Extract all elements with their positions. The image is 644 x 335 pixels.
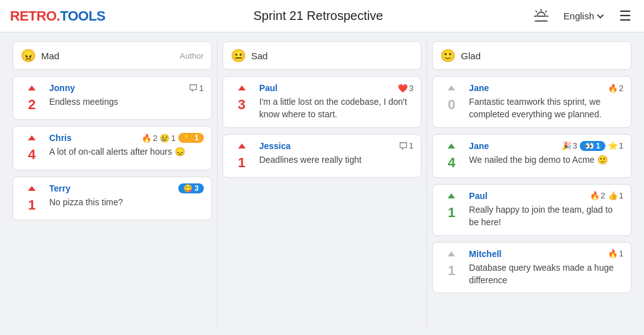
card-author-row: Jane🎉 3👀 1⭐ 1 (469, 141, 623, 151)
card-text: Fantastic teamwork this sprint, we compl… (469, 95, 623, 121)
card: 4Jane🎉 3👀 1⭐ 1We nailed the big demo to … (432, 134, 632, 178)
vote-count: 1 (448, 263, 455, 279)
card-author-row: Terry😋 3 (49, 183, 204, 193)
vote-up-arrow[interactable] (27, 134, 37, 147)
vote-section: 1 (21, 183, 43, 213)
language-label: English (564, 11, 594, 21)
reaction-party[interactable]: 🎉 3 (562, 141, 577, 150)
vote-up-arrow[interactable] (446, 84, 456, 97)
vote-up-arrow[interactable] (27, 84, 37, 97)
logo[interactable]: RETRO.TOOLS (10, 8, 105, 24)
card-text: I'm a little lost on the codebase, I don… (259, 95, 414, 121)
vote-count: 4 (28, 147, 36, 163)
vote-section: 1 (440, 191, 463, 221)
card-author: Paul (259, 83, 278, 93)
vote-up-arrow[interactable] (446, 250, 456, 263)
logo-retro: RETRO. (10, 8, 60, 24)
reaction-fire[interactable]: 🔥 2 (590, 191, 605, 200)
card-text: Really happy to join the team, glad to b… (469, 203, 623, 229)
vote-count: 3 (238, 97, 246, 113)
card-body: Jane🎉 3👀 1⭐ 1We nailed the big demo to A… (469, 141, 623, 166)
col-label-input-mad[interactable] (41, 51, 175, 61)
card-author-row: Paul❤️ 3 (259, 83, 414, 93)
reaction-badge-eyes[interactable]: 👀 1 (580, 141, 605, 151)
card-body: Chris🔥 2😢 1👎 1A lot of on-call alerts af… (49, 133, 204, 158)
vote-up-arrow[interactable] (27, 185, 37, 197)
card-body: Jessica 1Deadlines were really tight (259, 141, 414, 166)
reaction-comment[interactable]: 1 (399, 141, 413, 150)
card-body: Terry😋 3No pizza this time? (49, 183, 204, 208)
vote-up-arrow[interactable] (237, 142, 247, 155)
vote-section: 2 (21, 83, 43, 113)
header-actions: English ☰ (531, 6, 634, 27)
card-reactions: 🔥 2👍 1 (590, 191, 623, 200)
col-emoji-sad: 😐 (231, 49, 246, 62)
column-sad: 😐3Paul❤️ 3I'm a little lost on the codeb… (218, 41, 428, 326)
reaction-thumbsup[interactable]: 👍 1 (608, 191, 623, 200)
reaction-badge-thumbsdown[interactable]: 👎 1 (178, 133, 204, 143)
card-text: Deadlines were really tight (259, 153, 414, 166)
card: 1Terry😋 3No pizza this time? (12, 177, 212, 220)
card: 1Paul🔥 2👍 1Really happy to join the team… (432, 184, 632, 236)
menu-button[interactable]: ☰ (617, 6, 634, 27)
vote-section: 0 (440, 83, 463, 113)
col-emoji-mad: 😠 (21, 49, 36, 62)
reaction-fire[interactable]: 🔥 2 (142, 134, 157, 143)
card-reactions: 1 (189, 84, 203, 93)
col-author-placeholder: Author (180, 51, 203, 61)
vote-up-arrow[interactable] (446, 192, 456, 205)
card-reactions: 1 (399, 141, 413, 150)
reaction-sad[interactable]: 😢 1 (160, 134, 175, 143)
card-text: Endless meetings (49, 95, 204, 108)
col-header-sad: 😐 (223, 41, 422, 70)
column-glad: 🙂0Jane🔥 2Fantastic teamwork this sprint,… (427, 41, 637, 326)
card-author: Mitchell (469, 249, 501, 259)
vote-count: 4 (448, 155, 455, 171)
reaction-fire[interactable]: 🔥 2 (608, 84, 623, 93)
reaction-star[interactable]: ⭐ 1 (608, 141, 623, 150)
reaction-fire[interactable]: 🔥 1 (608, 249, 623, 258)
header: RETRO.TOOLS Sprint 21 Retrospective Engl… (0, 0, 644, 32)
card: 0Jane🔥 2Fantastic teamwork this sprint, … (432, 76, 632, 128)
vote-up-arrow[interactable] (237, 84, 247, 97)
reaction-badge-emoji_reaction[interactable]: 😋 3 (178, 183, 204, 193)
vote-up-arrow[interactable] (446, 142, 456, 155)
card-body: Paul❤️ 3I'm a little lost on the codebas… (259, 83, 414, 121)
card-author: Terry (49, 183, 70, 193)
col-label-input-glad[interactable] (461, 51, 623, 61)
reaction-comment[interactable]: 1 (189, 84, 203, 93)
vote-count: 2 (28, 97, 36, 113)
language-button[interactable]: English (559, 8, 609, 24)
card-reactions: 🔥 2 (608, 84, 623, 93)
card-author: Chris (49, 133, 72, 143)
card-author: Jane (469, 83, 489, 93)
card-body: Jonny 1Endless meetings (49, 83, 204, 108)
vote-count: 1 (238, 155, 246, 171)
card-reactions: ❤️ 3 (398, 84, 413, 93)
card-text: A lot of on-call alerts after hours 😞 (49, 145, 204, 158)
column-mad: 😠Author2Jonny 1Endless meetings4Chris🔥 2… (7, 41, 218, 326)
card-text: Database query tweaks made a huge differ… (469, 261, 623, 287)
card-reactions: 🔥 2😢 1👎 1 (142, 133, 203, 143)
vote-section: 1 (231, 141, 253, 171)
card-text: We nailed the big demo to Acme 🙂 (469, 153, 623, 166)
card: 1Mitchell🔥 1Database query tweaks made a… (432, 242, 632, 294)
card-text: No pizza this time? (49, 196, 204, 208)
card: 4Chris🔥 2😢 1👎 1A lot of on-call alerts a… (12, 126, 212, 170)
vote-section: 4 (21, 133, 43, 163)
card-author-row: Jonny 1 (49, 83, 204, 93)
vote-section: 1 (440, 249, 463, 279)
card-body: Paul🔥 2👍 1Really happy to join the team,… (469, 191, 623, 229)
card-author-row: Mitchell🔥 1 (469, 249, 623, 259)
col-label-input-sad[interactable] (251, 51, 414, 61)
columns-container: 😠Author2Jonny 1Endless meetings4Chris🔥 2… (0, 32, 644, 335)
reaction-heart[interactable]: ❤️ 3 (398, 84, 413, 93)
card-author-row: Paul🔥 2👍 1 (469, 191, 623, 201)
vote-count: 0 (448, 97, 455, 113)
card-body: Mitchell🔥 1Database query tweaks made a … (469, 249, 623, 287)
col-header-mad: 😠Author (12, 41, 212, 70)
vote-count: 1 (448, 205, 455, 221)
sunrise-icon[interactable] (531, 6, 551, 26)
card: 1Jessica 1Deadlines were really tight (223, 134, 422, 178)
card: 2Jonny 1Endless meetings (12, 76, 212, 120)
